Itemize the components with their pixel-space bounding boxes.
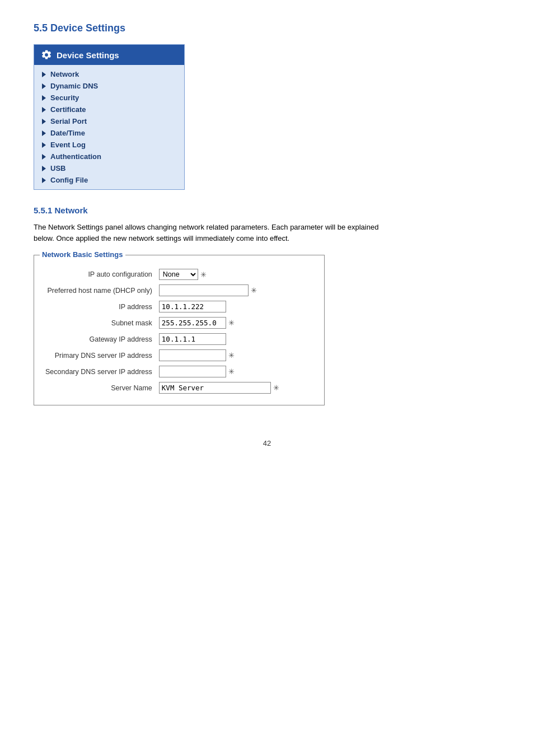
asterisk-icon: ✳ xyxy=(251,286,257,295)
gateway-input[interactable] xyxy=(159,333,226,345)
arrow-icon xyxy=(42,83,46,89)
field-input-primary-dns: ✳ xyxy=(157,347,315,363)
asterisk-icon: ✳ xyxy=(200,270,207,279)
field-label-gateway: Gateway IP address xyxy=(43,331,157,347)
primary-dns-input[interactable] xyxy=(159,349,226,361)
sidebar-item-label: Event Log xyxy=(50,141,86,149)
arrow-icon xyxy=(42,119,46,124)
server-name-input[interactable] xyxy=(159,382,271,394)
field-label-ip-auto-config: IP auto configuration xyxy=(43,267,157,282)
table-row: Server Name ✳ xyxy=(43,380,315,396)
field-input-subnet-mask: ✳ xyxy=(157,315,315,331)
arrow-icon xyxy=(42,166,46,171)
sidebar-item-label: Serial Port xyxy=(50,117,87,125)
preferred-host-input[interactable] xyxy=(159,284,249,296)
field-input-gateway xyxy=(157,331,315,347)
asterisk-icon: ✳ xyxy=(228,367,235,376)
arrow-icon xyxy=(42,154,46,160)
page-number: 42 xyxy=(34,439,500,447)
sidebar-item-usb[interactable]: USB xyxy=(34,162,184,174)
network-basic-settings-panel: Network Basic Settings IP auto configura… xyxy=(34,255,325,405)
field-label-subnet-mask: Subnet mask xyxy=(43,315,157,331)
device-settings-panel: Device Settings Network Dynamic DNS Secu… xyxy=(34,44,185,190)
sidebar-item-serial-port[interactable]: Serial Port xyxy=(34,115,184,127)
ip-auto-config-select[interactable]: None DHCP BOOTP xyxy=(159,269,198,280)
table-row: Subnet mask ✳ xyxy=(43,315,315,331)
sidebar-item-certificate[interactable]: Certificate xyxy=(34,104,184,115)
arrow-icon xyxy=(42,107,46,113)
asterisk-icon: ✳ xyxy=(273,384,279,392)
network-panel-title: Network Basic Settings xyxy=(40,250,125,259)
sidebar-item-label: Certificate xyxy=(50,105,86,114)
asterisk-icon: ✳ xyxy=(228,319,235,327)
sidebar-item-label: Network xyxy=(50,70,79,78)
arrow-icon xyxy=(42,178,46,183)
field-label-server-name: Server Name xyxy=(43,380,157,396)
sidebar-item-label: USB xyxy=(50,164,65,172)
sidebar-item-label: Config File xyxy=(50,176,88,184)
sidebar-item-date-time[interactable]: Date/Time xyxy=(34,127,184,139)
field-input-ip-auto-config: None DHCP BOOTP ✳ xyxy=(157,267,315,282)
arrow-icon xyxy=(42,142,46,148)
field-label-primary-dns: Primary DNS server IP address xyxy=(43,347,157,363)
sidebar-item-network[interactable]: Network xyxy=(34,68,184,80)
section-title: 5.5 Device Settings xyxy=(34,22,500,34)
sidebar-item-label: Authentication xyxy=(50,152,101,161)
sidebar-item-dynamic-dns[interactable]: Dynamic DNS xyxy=(34,80,184,92)
secondary-dns-input[interactable] xyxy=(159,366,226,377)
table-row: IP address xyxy=(43,298,315,315)
arrow-icon xyxy=(42,130,46,136)
device-settings-menu: Network Dynamic DNS Security Certificate… xyxy=(34,65,184,189)
table-row: IP auto configuration None DHCP BOOTP ✳ xyxy=(43,267,315,282)
sidebar-item-security[interactable]: Security xyxy=(34,92,184,104)
field-label-secondary-dns: Secondary DNS server IP address xyxy=(43,363,157,380)
ip-address-input[interactable] xyxy=(159,301,226,312)
sidebar-item-config-file[interactable]: Config File xyxy=(34,174,184,186)
sidebar-item-label: Security xyxy=(50,94,79,102)
subsection-title: 5.5.1 Network xyxy=(34,206,500,215)
device-settings-header: Device Settings xyxy=(34,45,184,65)
gear-icon xyxy=(41,49,52,60)
device-settings-header-title: Device Settings xyxy=(57,50,119,60)
sidebar-item-event-log[interactable]: Event Log xyxy=(34,139,184,151)
arrow-icon xyxy=(42,95,46,101)
table-row: Secondary DNS server IP address ✳ xyxy=(43,363,315,380)
table-row: Preferred host name (DHCP only) ✳ xyxy=(43,282,315,298)
description-text: The Network Settings panel allows changi… xyxy=(34,222,392,244)
field-input-server-name: ✳ xyxy=(157,380,315,396)
subnet-mask-input[interactable] xyxy=(159,317,226,329)
asterisk-icon: ✳ xyxy=(228,351,235,360)
field-input-secondary-dns: ✳ xyxy=(157,363,315,380)
sidebar-item-authentication[interactable]: Authentication xyxy=(34,151,184,162)
field-input-ip-address xyxy=(157,298,315,315)
arrow-icon xyxy=(42,72,46,77)
network-form-table: IP auto configuration None DHCP BOOTP ✳ … xyxy=(43,267,315,396)
field-input-preferred-host: ✳ xyxy=(157,282,315,298)
table-row: Primary DNS server IP address ✳ xyxy=(43,347,315,363)
field-label-ip-address: IP address xyxy=(43,298,157,315)
sidebar-item-label: Date/Time xyxy=(50,129,85,137)
field-label-preferred-host: Preferred host name (DHCP only) xyxy=(43,282,157,298)
sidebar-item-label: Dynamic DNS xyxy=(50,82,98,90)
table-row: Gateway IP address xyxy=(43,331,315,347)
